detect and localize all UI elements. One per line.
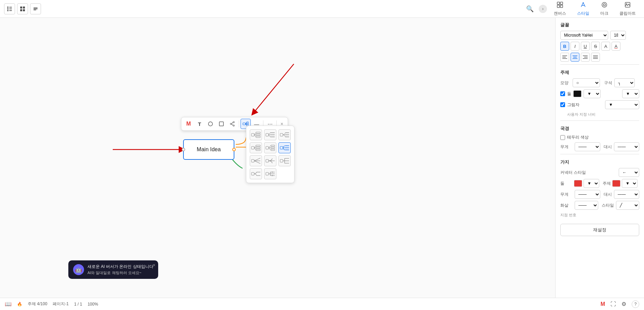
view-toggle-1[interactable] [4,3,15,14]
right-panel: 글꼴 Microsoft YaHei 18 B I U S A A [555,18,644,298]
view-toggle-3[interactable] [30,3,41,14]
nav-mark[interactable]: 마크 [596,0,613,18]
notification-close-button[interactable]: × [153,262,155,268]
shape-label: 모양 [560,80,571,86]
fill-label: 둘 [567,91,571,97]
branch-style-1[interactable] [250,129,262,140]
align-left-button[interactable] [560,53,569,62]
svg-rect-6 [20,7,22,9]
svg-rect-13 [557,2,560,4]
toolbar-text-button[interactable]: T [194,119,205,129]
border-color-label: 테두리 색상 [567,134,589,140]
svg-rect-65 [271,145,275,146]
branch-style-2[interactable] [264,129,276,140]
italic-button[interactable]: I [571,42,579,51]
svg-rect-3 [9,7,12,8]
toolbar-rect-button[interactable] [216,119,227,129]
branch-subject-color-opacity[interactable]: ▼ [622,179,638,188]
arrow-select[interactable]: —— [575,201,598,210]
fill-checkbox[interactable] [560,91,565,96]
border-color-checkbox[interactable] [560,135,565,140]
branch-dash-select[interactable]: —— [614,190,640,199]
svg-rect-77 [266,159,269,162]
branch-style-7[interactable] [250,155,262,166]
svg-rect-62 [256,149,260,151]
svg-line-39 [254,133,256,135]
nav-clipart[interactable]: 클립아트 [615,0,640,18]
shadow-checkbox[interactable] [560,102,565,107]
branch-style-9[interactable] [278,155,291,166]
branch-color-swatch[interactable] [574,180,582,187]
font-highlight-button[interactable]: A [612,42,620,51]
svg-point-1 [7,8,9,10]
fill-color-swatch[interactable] [573,90,581,97]
strikethrough-button[interactable]: S [591,42,600,51]
book-icon[interactable]: 📖 [5,301,12,307]
svg-rect-56 [251,146,254,149]
divider-3 [560,154,639,154]
border-dash-select[interactable]: —— [614,142,640,151]
svg-point-21 [626,3,627,4]
canvas-area[interactable]: Main Idea M T [0,18,555,298]
fill-opacity-select[interactable]: ▼ [584,89,601,98]
branch-style-11[interactable] [264,168,276,179]
panel-collapse-button[interactable]: › [539,5,547,13]
svg-rect-8 [20,9,22,11]
logo-button[interactable]: M [601,301,605,307]
help-button[interactable]: ? [632,300,639,308]
arrow-label: 화살 [560,203,573,208]
svg-rect-79 [280,159,283,162]
branch-style-8[interactable] [264,155,276,166]
branch-color-opacity[interactable]: ▼ [584,179,599,188]
corner-select[interactable]: ┐ [614,78,635,87]
align-center-button[interactable] [571,53,579,62]
branch-style-popup [246,126,294,183]
branch-subject-color-swatch[interactable] [612,180,620,187]
branch-style-4[interactable] [250,142,262,153]
style-label: 스타일 [602,203,614,208]
nav-canvas[interactable]: 캔버스 [550,0,570,18]
underline-button[interactable]: U [581,42,590,51]
settings-icon[interactable]: ⚙ [621,301,626,307]
toolbar-share-button[interactable] [227,119,237,129]
style-select[interactable]: ╱ [616,201,640,210]
font-size-select[interactable]: 18 [610,31,626,40]
ai-avatar-icon: 🤖 [73,264,84,275]
bold-button[interactable]: B [560,42,569,51]
branch-weight-select[interactable]: —— [575,190,600,199]
search-button[interactable]: 🔍 [524,3,536,15]
svg-rect-44 [256,136,260,138]
svg-line-76 [254,161,260,164]
canvas-icon [557,1,563,10]
corner-label: 구석 [604,80,612,86]
reset-button[interactable]: 재설정 [560,224,639,236]
shape-select[interactable]: ○ [573,78,600,87]
svg-rect-68 [280,146,283,149]
branch-style-6[interactable] [278,142,291,153]
fill-style-select[interactable]: ▼ [622,89,639,98]
border-weight-select[interactable]: —— [575,142,600,151]
branch-style-3[interactable] [278,129,291,140]
font-family-select[interactable]: Microsoft YaHei [560,31,608,40]
toolbar-ai-button[interactable]: M [183,119,194,129]
svg-rect-45 [266,133,269,136]
align-right-button[interactable] [581,53,590,62]
svg-line-74 [254,158,260,161]
svg-rect-88 [266,172,269,175]
toolbar-circle-button[interactable] [205,119,216,129]
fullscreen-button[interactable]: ⛶ [611,301,616,307]
view-toggle-2[interactable] [17,3,28,14]
nav-style[interactable]: 스타일 [573,0,593,18]
svg-rect-25 [219,122,223,126]
align-justify-button[interactable] [591,53,600,62]
connector-style-select[interactable]: ← [619,168,639,177]
nav-mark-label: 마크 [600,11,608,16]
zoom-level: 100% [87,302,98,307]
branch-style-10[interactable] [250,168,262,179]
svg-point-2 [7,10,9,11]
branch-subject-label: 주제 [603,181,611,186]
branch-style-5[interactable] [264,142,276,153]
main-idea-node[interactable]: Main Idea [183,139,234,160]
font-color-button[interactable]: A [601,42,610,51]
shadow-style-select[interactable]: ▼ [605,100,639,109]
